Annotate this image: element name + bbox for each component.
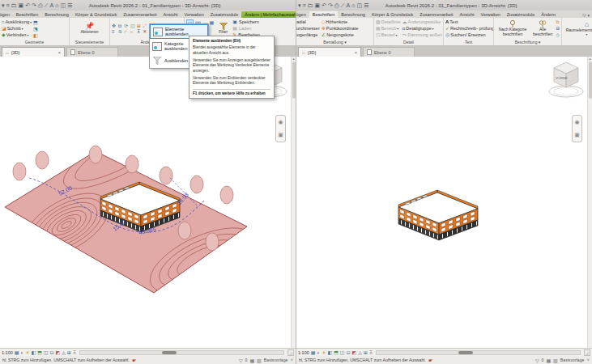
move-icon[interactable]: ✥: [112, 23, 117, 28]
tab-zusammenarbeit[interactable]: Zusammenarbeit: [120, 11, 160, 18]
editable-only-icon[interactable]: ▦: [249, 358, 254, 363]
app-menu-icon[interactable]: ▾: [298, 0, 301, 11]
btn-bereich[interactable]: ▤Bereich▾: [376, 26, 401, 31]
crop-view-icon[interactable]: ◫: [340, 350, 345, 355]
close-view-icon[interactable]: ×: [355, 50, 357, 55]
canvas-right[interactable]: VORNE ◉ ▣ ▲: [296, 57, 592, 348]
hscroll-thumb[interactable]: [162, 351, 177, 354]
temporary-hide-icon[interactable]: ◩: [56, 350, 61, 355]
panel-label-geometrie[interactable]: Geometrie: [0, 39, 69, 45]
visual-style-icon[interactable]: ◐: [20, 350, 23, 355]
steering-wheel-icon[interactable]: ◉: [278, 119, 283, 125]
shadows-icon[interactable]: ◧: [31, 350, 36, 355]
btn-bauteil[interactable]: ◳Bauteil▾: [376, 32, 401, 37]
section-icon[interactable]: ◫: [60, 0, 66, 11]
workset-icon[interactable]: ▥: [257, 358, 262, 363]
tab-beschriften[interactable]: Beschriften: [309, 11, 339, 18]
view-tab-3d[interactable]: ⌂ {3D} ×: [2, 47, 65, 57]
zoom-tool-icon[interactable]: ▣: [278, 132, 283, 138]
align-icon[interactable]: ≡: [112, 29, 117, 34]
offset-icon[interactable]: ≋: [118, 29, 123, 34]
shadows-icon[interactable]: ◧: [327, 350, 332, 355]
chevron-down-icon[interactable]: ˅: [586, 358, 590, 362]
visual-style-icon[interactable]: ◐: [317, 350, 320, 355]
tab-aendern-mehrfachauswahl[interactable]: Ändern | Mehrfachauswahl: [241, 11, 296, 18]
tab-zusatzmodule[interactable]: Zusatzmodule: [207, 11, 242, 18]
btn-daemmung[interactable]: 〜Dämmung außen: [402, 32, 443, 37]
scroll-up-icon[interactable]: ▲: [292, 57, 296, 61]
view-tab-ebene0[interactable]: Ebene 0: [66, 47, 118, 57]
constraints-icon[interactable]: ⊼: [369, 350, 373, 355]
btn-ausklinkung[interactable]: ⌗Ausklinkung▾: [2, 19, 32, 24]
btn-neigungskote[interactable]: ∠Neigungskote: [322, 32, 359, 37]
quick-access-toolbar[interactable]: ▾ ≡ 🗀 ▣ ↶ ↷ ⎙ ⟋ A ⌂ ◫ ☰: [2, 0, 72, 11]
btn-hoehenkote[interactable]: ◇Höhenkote: [322, 19, 359, 24]
btn-detailgruppe[interactable]: ⧈Detailgruppe▾: [402, 26, 443, 31]
close-view-icon[interactable]: ×: [58, 50, 61, 55]
viewcube[interactable]: VORNE: [547, 59, 585, 111]
canvas-left[interactable]: 52.00 15.00 43.995 18.93 VORNE ◉: [0, 57, 296, 348]
detail-level-icon[interactable]: ▦: [311, 350, 316, 355]
cope-icon[interactable]: ⬔: [33, 26, 38, 32]
quick-access-toolbar[interactable]: ▾ ≡ 🗀 ▣ ↶ ↷ ⎙ ⟋ A ⌂ ◫ ☰: [298, 0, 368, 11]
crop-view-icon[interactable]: ◫: [44, 350, 49, 355]
vertical-scrollbar[interactable]: ▲: [587, 57, 592, 348]
btn-speichern[interactable]: ▣Speichern: [232, 19, 260, 24]
tab-koerper-grundstueck[interactable]: Körper & Grundstück: [72, 11, 120, 18]
view-scale[interactable]: 1:100: [298, 350, 309, 355]
multi-tag-icon[interactable]: ⧉: [556, 19, 560, 25]
horizontal-scrollbar[interactable]: [79, 350, 284, 355]
split-icon[interactable]: ⌿: [124, 29, 129, 34]
tab-verwalten[interactable]: Verwalten: [478, 11, 504, 18]
render-icon[interactable]: ⬒: [37, 350, 42, 355]
constraints-icon[interactable]: ⊼: [73, 350, 76, 355]
menu-icon[interactable]: ≡: [303, 0, 306, 11]
worksharing-icon[interactable]: ⊞: [67, 350, 71, 355]
tab-berechnung[interactable]: Berechnung: [338, 11, 368, 18]
tab-zusatzmodule[interactable]: Zusatzmodule: [504, 11, 539, 18]
paint-icon[interactable]: ⬒: [33, 19, 38, 25]
tab-verwalten[interactable]: Verwalten: [181, 11, 207, 18]
btn-raumelementschluessel[interactable]: ⌂ Raumelementschlüssel ▾: [564, 19, 592, 38]
tab-ansicht[interactable]: Ansicht: [160, 11, 181, 18]
beam-annotation-icon[interactable]: ⊟: [556, 26, 560, 31]
undo-icon[interactable]: ↶: [25, 0, 30, 11]
redo-icon[interactable]: ↷: [328, 0, 333, 11]
detail-level-icon[interactable]: ▦: [15, 350, 19, 355]
btn-alle-beschriften[interactable]: Alle beschriften: [531, 19, 554, 38]
save-icon[interactable]: ▣: [315, 0, 321, 11]
tab-einfuegen[interactable]: Einfügen: [296, 11, 309, 18]
print-icon[interactable]: ⎙: [38, 0, 43, 11]
scale-icon[interactable]: ⤢: [143, 23, 147, 28]
measure-icon[interactable]: ⟋: [45, 0, 49, 11]
btn-schnitt[interactable]: ◪Schnitt▾: [2, 26, 32, 31]
view-tab-3d[interactable]: ⌂ {3D} ×: [298, 47, 361, 57]
navigation-bar[interactable]: ◉ ▣: [572, 115, 582, 142]
redo-icon[interactable]: ↷: [32, 0, 36, 11]
zoom-tool-icon[interactable]: ▣: [574, 132, 580, 138]
tab-koerper-grundstueck[interactable]: Körper & Grundstück: [368, 11, 416, 18]
tab-ansicht[interactable]: Ansicht: [457, 11, 478, 18]
render-icon[interactable]: ⬒: [334, 350, 339, 355]
panel-label-detail[interactable]: Detail: [374, 39, 443, 45]
reveal-hidden-elements-icon[interactable]: ◬: [358, 350, 362, 355]
design-option-label[interactable]: Basisvorlage: [560, 358, 585, 362]
btn-bogenlaenge[interactable]: ⌒Bogenlänge: [296, 32, 320, 37]
pin-icon[interactable]: ⊼: [137, 29, 142, 34]
panel-label-bemassung[interactable]: Bemaßung ▾: [296, 39, 373, 45]
save-icon[interactable]: ▣: [19, 0, 24, 11]
panel-label-beschriftung[interactable]: Beschriftung ▾: [494, 39, 561, 45]
trim-icon[interactable]: ⌐: [130, 29, 135, 34]
measure-icon[interactable]: ⟋: [341, 0, 345, 11]
scrollbar-thumb[interactable]: [292, 61, 296, 99]
section-icon[interactable]: ◫: [356, 0, 362, 11]
sun-path-icon[interactable]: ☀: [322, 350, 326, 355]
beam-icon[interactable]: ◧: [33, 32, 38, 38]
editable-only-icon[interactable]: ▦: [546, 358, 551, 363]
array-icon[interactable]: ⊞: [137, 23, 142, 28]
mirror-icon[interactable]: ◫: [130, 23, 135, 28]
btn-aenderungswolke[interactable]: ☁Änderungswolke: [402, 19, 443, 24]
btn-nach-kategorie-beschriften[interactable]: Nach Kategorie beschriften: [496, 19, 530, 38]
temporary-hide-icon[interactable]: ◩: [352, 350, 357, 355]
text-tool-icon[interactable]: A: [347, 0, 351, 11]
